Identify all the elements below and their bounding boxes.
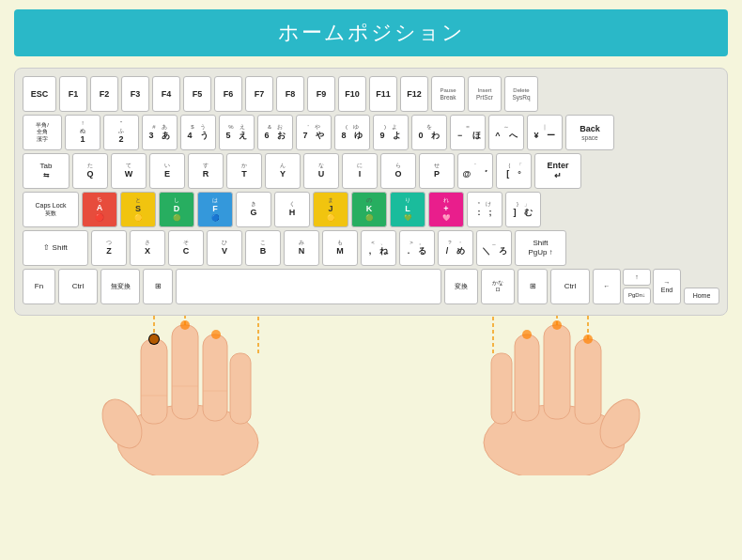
svg-rect-5 — [230, 353, 251, 424]
key-f11[interactable]: F11 — [369, 76, 397, 112]
key-minus[interactable]: ＝ － ほ — [450, 115, 486, 150]
key-at[interactable]: ` @ ゛ — [457, 153, 493, 189]
key-8[interactable]: ( ゆ 8 ゆ — [334, 115, 370, 150]
key-insert[interactable]: InsertPrtScr — [468, 76, 502, 112]
key-d[interactable]: し D 🟢 — [159, 192, 194, 227]
key-4[interactable]: $ う 4 う — [180, 115, 216, 150]
key-1[interactable]: ! ぬ 1 — [65, 115, 100, 150]
key-i[interactable]: に I — [342, 153, 378, 189]
key-9[interactable]: ) よ 9 よ — [373, 115, 409, 150]
key-v[interactable]: ひ V — [207, 230, 242, 266]
key-l[interactable]: り L 💚 — [390, 192, 425, 227]
key-colon[interactable]: * け : ; — [467, 192, 502, 227]
key-caret[interactable]: ～ ^ へ — [488, 115, 524, 150]
key-katakana[interactable]: かなロ — [481, 269, 515, 304]
svg-rect-19 — [515, 334, 539, 421]
key-esc[interactable]: ESC — [23, 76, 56, 112]
row-tab: Tab ⇆ た Q て W い E す R か T — [23, 153, 719, 189]
svg-rect-2 — [141, 339, 167, 424]
key-pgdn[interactable]: PgDn↓ — [623, 288, 651, 304]
home-key-area: Home — [684, 269, 719, 304]
svg-point-14 — [180, 320, 190, 330]
key-delete[interactable]: DeleteSysRq — [504, 76, 538, 112]
key-5[interactable]: % え 5 え — [219, 115, 255, 150]
key-s[interactable]: と S 🟡 — [120, 192, 156, 227]
key-bracket-left[interactable]: ｛ 「 [ ° — [496, 153, 532, 189]
key-n[interactable]: み N — [284, 230, 319, 266]
key-backslash[interactable]: _ ＼ ろ — [476, 230, 512, 266]
key-end[interactable]: →End — [653, 269, 681, 304]
key-yen[interactable]: ｜ ¥ ー — [527, 115, 563, 150]
key-x[interactable]: さ X — [130, 230, 165, 266]
key-slash[interactable]: ? ・ / め — [438, 230, 473, 266]
key-arrow-up[interactable]: ↑ — [623, 269, 651, 286]
key-z[interactable]: つ Z — [91, 230, 127, 266]
left-hand-svg — [70, 311, 305, 475]
key-alt-right[interactable]: ⊞ — [518, 269, 548, 304]
key-w[interactable]: て W — [111, 153, 147, 189]
key-tab[interactable]: Tab ⇆ — [23, 153, 70, 189]
key-backspace[interactable]: Back space — [565, 115, 614, 150]
key-y[interactable]: ん Y — [265, 153, 301, 189]
key-caps-lock[interactable]: Caps Lock 英数 — [23, 192, 79, 227]
row-bottom: Fn Ctrl 無変換 ⊞ 変換 かなロ ⊞ Ctrl ← ↑ PgDn↓ →E… — [23, 269, 719, 304]
key-3[interactable]: # あ 3 あ — [142, 115, 178, 150]
row-home: Caps Lock 英数 ち A 🔴 と S 🟡 し D 🟢 は F 🔵 — [23, 192, 719, 227]
key-shift-left[interactable]: ⇧ Shift — [23, 230, 88, 266]
key-pause[interactable]: PauseBreak — [431, 76, 465, 112]
key-6[interactable]: & お 6 お — [257, 115, 293, 150]
key-arrow-left[interactable]: ← — [593, 269, 621, 304]
right-hand-svg — [437, 311, 672, 475]
key-fn[interactable]: Fn — [23, 269, 55, 304]
key-shift-right[interactable]: Shift PgUp ↑ — [515, 230, 566, 266]
key-f5[interactable]: F5 — [183, 76, 211, 112]
page-title: ホームポジション — [278, 21, 465, 44]
key-ctrl-left[interactable]: Ctrl — [58, 269, 98, 304]
key-f6[interactable]: F6 — [214, 76, 242, 112]
key-f3[interactable]: F3 — [121, 76, 149, 112]
key-k[interactable]: の K 🟢 — [351, 192, 387, 227]
key-meta[interactable]: ⊞ — [143, 269, 173, 304]
key-f8[interactable]: F8 — [276, 76, 304, 112]
key-bracket-right[interactable]: } 」 ] む — [505, 192, 541, 227]
key-comma[interactable]: < 、 , ね — [361, 230, 396, 266]
key-semicolon[interactable]: れ + 🩷 — [428, 192, 464, 227]
key-2[interactable]: " ふ 2 — [103, 115, 139, 150]
key-7[interactable]: ' や 7 や — [296, 115, 332, 150]
key-f12[interactable]: F12 — [400, 76, 428, 112]
key-f2[interactable]: F2 — [90, 76, 118, 112]
key-0[interactable]: を 0 わ — [411, 115, 447, 150]
key-b[interactable]: こ B — [245, 230, 281, 266]
key-period[interactable]: > 。 . る — [399, 230, 435, 266]
key-hankaku[interactable]: 半角/全角漢字 — [23, 115, 62, 150]
keyboard-wrapper: ESC F1 F2 F3 F4 F5 F6 F7 F8 F9 F10 F11 F… — [14, 68, 728, 480]
key-home[interactable]: Home — [684, 288, 719, 304]
key-q[interactable]: た Q — [72, 153, 108, 189]
key-f7[interactable]: F7 — [245, 76, 273, 112]
key-h[interactable]: く H — [274, 192, 310, 227]
key-m[interactable]: も M — [322, 230, 358, 266]
key-f4[interactable]: F4 — [152, 76, 180, 112]
key-f1[interactable]: F1 — [59, 76, 87, 112]
key-e[interactable]: い E — [149, 153, 185, 189]
key-o[interactable]: ら O — [380, 153, 416, 189]
key-space[interactable] — [176, 269, 441, 304]
key-p[interactable]: せ P — [419, 153, 455, 189]
key-r[interactable]: す R — [188, 153, 224, 189]
key-henkan[interactable]: 変換 — [444, 269, 478, 304]
key-j[interactable]: ま J 🟡 — [313, 192, 348, 227]
key-ctrl-right[interactable]: Ctrl — [550, 269, 590, 304]
row-function: ESC F1 F2 F3 F4 F5 F6 F7 F8 F9 F10 F11 F… — [23, 76, 719, 112]
key-f9[interactable]: F9 — [307, 76, 335, 112]
key-t[interactable]: か T — [226, 153, 262, 189]
key-f10[interactable]: F10 — [338, 76, 366, 112]
key-enter[interactable]: Enter↵ — [534, 153, 581, 189]
key-u[interactable]: な U — [303, 153, 339, 189]
key-alt-left[interactable]: 無変換 — [100, 269, 140, 304]
key-f[interactable]: は F 🔵 — [197, 192, 233, 227]
svg-point-27 — [522, 330, 532, 339]
key-g[interactable]: き G — [236, 192, 271, 227]
key-c[interactable]: そ C — [168, 230, 204, 266]
row-number: 半角/全角漢字 ! ぬ 1 " ふ 2 # あ 3 あ $ う 4 う % え — [23, 115, 719, 150]
key-a[interactable]: ち A 🔴 — [82, 192, 117, 227]
